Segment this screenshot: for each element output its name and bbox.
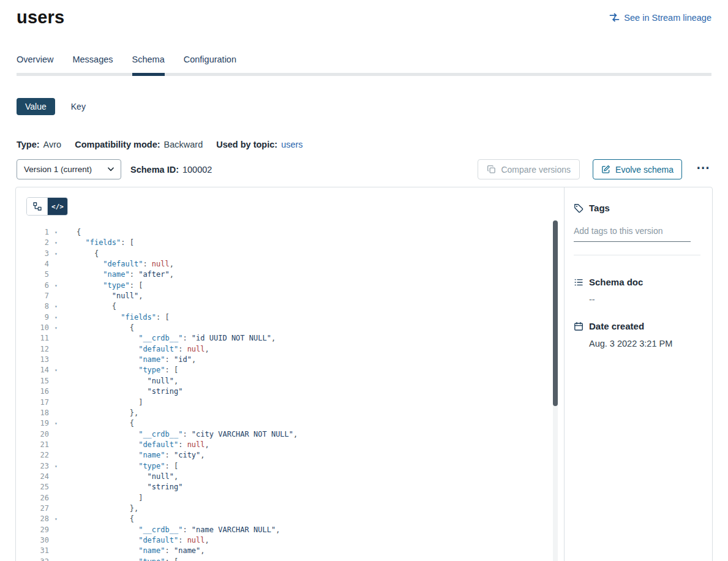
code-line-content: "fields": [ (77, 312, 170, 323)
code-line-content: "type": [ (77, 557, 178, 561)
topic-users-link[interactable]: users (281, 140, 302, 149)
tab-messages[interactable]: Messages (72, 55, 113, 73)
code-line: 3▾ { (26, 249, 564, 259)
line-number: 28 (26, 514, 49, 524)
stream-lineage-link[interactable]: See in Stream lineage (609, 13, 711, 23)
key-toggle-button[interactable]: Key (71, 102, 86, 111)
fold-arrow-icon[interactable]: ▾ (54, 365, 63, 375)
fold-spacer (54, 472, 63, 482)
schema-id: Schema ID: 100002 (130, 165, 212, 175)
code-line-content: { (77, 514, 134, 524)
code-line: 25 "string" (26, 482, 564, 492)
line-number: 23 (26, 461, 49, 472)
more-options-button[interactable]: ⋯ (695, 160, 711, 179)
fold-arrow-icon[interactable]: ▾ (54, 301, 63, 312)
add-tags-input[interactable] (574, 225, 691, 242)
fold-arrow-icon[interactable]: ▾ (54, 557, 63, 561)
fold-arrow-icon[interactable]: ▾ (54, 249, 63, 259)
page-header: users See in Stream lineage (0, 0, 728, 28)
fold-spacer (54, 376, 63, 386)
code-line-content: "string" (77, 386, 182, 397)
version-select[interactable]: Version 1 (current) (17, 159, 121, 179)
code-line: 27 }, (26, 503, 564, 514)
code-line: 16 "string" (26, 386, 564, 397)
meta-topic: Used by topic: users (216, 140, 302, 149)
line-number: 29 (26, 525, 49, 535)
fold-arrow-icon[interactable]: ▾ (54, 461, 63, 472)
code-line: 30 "default": null, (26, 535, 564, 546)
code-line-content: "name": "after", (77, 269, 174, 280)
code-line-content: "__crdb__": "id UUID NOT NULL", (77, 333, 276, 344)
fold-spacer (54, 503, 63, 514)
code-view-button[interactable]: </> (47, 198, 67, 215)
code-line-content: "null", (77, 291, 143, 301)
version-select-value: Version 1 (current) (24, 165, 92, 174)
meta-compatibility: Compatibility mode: Backward (75, 140, 203, 149)
compare-versions-button[interactable]: Compare versions (478, 159, 580, 179)
code-line-content: "name": "name", (77, 546, 205, 556)
fold-arrow-icon[interactable]: ▾ (54, 514, 63, 524)
value-toggle-button[interactable]: Value (17, 98, 55, 115)
meta-type-label: Type: (17, 140, 40, 149)
code-line-content: "null", (77, 472, 178, 482)
line-number: 21 (26, 440, 49, 450)
line-number: 6 (26, 280, 49, 291)
tab-overview[interactable]: Overview (17, 55, 53, 73)
chevron-down-icon (108, 167, 114, 171)
fold-arrow-icon[interactable]: ▾ (54, 418, 63, 429)
fold-spacer (54, 440, 63, 450)
fold-arrow-icon[interactable]: ▾ (54, 312, 63, 323)
fold-spacer (54, 259, 63, 269)
line-number: 14 (26, 365, 49, 375)
tags-header: Tags (574, 203, 700, 213)
code-line: 24 "null", (26, 472, 564, 482)
code-line: 14▾ "type": [ (26, 365, 564, 375)
code-line-content: "default": null, (77, 344, 209, 355)
tab-schema[interactable]: Schema (132, 55, 165, 73)
code-line: 15 "null", (26, 376, 564, 386)
code-line-content: { (77, 418, 134, 429)
fold-spacer (54, 333, 63, 344)
line-number: 12 (26, 344, 49, 355)
editor-scrollbar[interactable] (553, 220, 558, 561)
fold-arrow-icon[interactable]: ▾ (54, 227, 63, 238)
code-line: 4 "default": null, (26, 259, 564, 269)
code-line: 23▾ "type": [ (26, 461, 564, 472)
fold-arrow-icon[interactable]: ▾ (54, 323, 63, 333)
tree-view-button[interactable] (27, 198, 47, 215)
fold-spacer (54, 408, 63, 418)
line-number: 10 (26, 323, 49, 333)
line-number: 19 (26, 418, 49, 429)
fold-arrow-icon[interactable]: ▾ (54, 238, 63, 248)
code-line-content: "type": [ (77, 280, 143, 291)
code-line: 17 ] (26, 397, 564, 408)
code-line: 7 "null", (26, 291, 564, 301)
fold-spacer (54, 269, 63, 280)
line-number: 22 (26, 450, 49, 461)
line-number: 3 (26, 249, 49, 259)
fold-spacer (54, 344, 63, 355)
tree-view-icon (33, 202, 42, 211)
meta-topic-label: Used by topic: (216, 140, 277, 149)
tag-icon (574, 203, 584, 213)
fold-spacer (54, 482, 63, 492)
schema-page: users See in Stream lineage Overview Mes… (0, 0, 728, 561)
line-number: 2 (26, 238, 49, 248)
fold-arrow-icon[interactable]: ▾ (54, 280, 63, 291)
scrollbar-thumb[interactable] (553, 220, 558, 406)
code-line-content: "fields": [ (77, 238, 134, 248)
date-created-section: Date created Aug. 3 2022 3:21 PM (574, 321, 700, 348)
line-number: 8 (26, 301, 49, 312)
code-line-content: }, (77, 408, 138, 418)
line-number: 32 (26, 557, 49, 561)
code-line-content: ] (77, 397, 143, 408)
code-line-content: { (77, 227, 81, 238)
fold-spacer (54, 355, 63, 365)
line-number: 31 (26, 546, 49, 556)
code-line-content: "__crdb__": "city VARCHAR NOT NULL", (77, 429, 298, 440)
code-line-content: ] (77, 493, 143, 503)
stream-lineage-label: See in Stream lineage (624, 13, 711, 23)
code-line-content: "default": null, (77, 259, 174, 269)
evolve-schema-button[interactable]: Evolve schema (593, 159, 682, 179)
tab-configuration[interactable]: Configuration (184, 55, 236, 73)
